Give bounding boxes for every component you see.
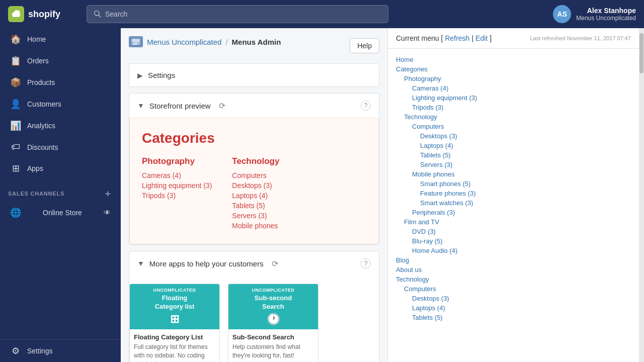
floating-category-thumb-icon: ⊞ — [170, 313, 179, 326]
last-refreshed: Last refreshed November 11, 2017 07:47 — [530, 35, 631, 41]
menu-tree-item[interactable]: Computers — [396, 284, 631, 294]
add-sales-channel-icon[interactable]: ＋ — [103, 188, 113, 200]
refresh-icon[interactable]: ⟳ — [219, 101, 225, 111]
more-apps-actions: ? — [361, 258, 371, 268]
right-col-item-5[interactable]: Mobile phones — [232, 222, 279, 230]
storefront-preview-title: Storefront preview — [149, 102, 211, 110]
left-col-title: Photography — [142, 156, 212, 166]
more-apps-help-icon[interactable]: ? — [361, 258, 371, 268]
menu-tree-item[interactable]: Home — [396, 55, 631, 64]
main-panel: Menus Uncomplicated / Menus Admin Help ▶… — [121, 28, 387, 362]
left-col-item-2[interactable]: Tripods (3) — [142, 192, 212, 200]
eye-icon[interactable]: 👁 — [104, 209, 111, 217]
menu-tree-item[interactable]: Home Audio (4) — [396, 246, 631, 255]
menu-tree-item[interactable]: DVD (3) — [396, 227, 631, 236]
sidebar-label-discounts: Discounts — [27, 143, 58, 151]
sub-second-thumb-title: UNCOMPLICATED — [252, 288, 295, 293]
menu-tree-item[interactable]: Blog — [396, 255, 631, 265]
floating-category-desc: Full category list for themes with no si… — [134, 343, 215, 362]
right-col-item-3[interactable]: Tablets (5) — [232, 202, 279, 210]
menu-tree-item[interactable]: Film and TV — [396, 217, 631, 227]
menu-tree-item[interactable]: About us — [396, 265, 631, 275]
menu-tree-item[interactable]: Feature phones (3) — [396, 189, 631, 198]
menu-tree-item[interactable]: Smart phones (5) — [396, 179, 631, 189]
sidebar-item-apps[interactable]: ⊞ Apps — [2, 158, 119, 179]
menu-tree-item[interactable]: Smart watches (3) — [396, 198, 631, 208]
menu-tree-item[interactable]: Lighting equipment (3) — [396, 93, 631, 103]
settings-section-header[interactable]: ▶ Settings — [129, 64, 379, 86]
menu-tree-item[interactable]: Tablets (5) — [396, 150, 631, 160]
sidebar-item-analytics[interactable]: 📊 Analytics — [2, 115, 119, 136]
storefront-preview-header[interactable]: ▼ Storefront preview ⟳ ? — [129, 94, 379, 118]
menu-tree-item[interactable]: Peripherals (3) — [396, 208, 631, 217]
more-apps-refresh-icon[interactable]: ⟳ — [272, 259, 278, 268]
left-col-item-1[interactable]: Lighting equipment (3) — [142, 182, 212, 190]
storefront-chevron-icon: ▼ — [137, 102, 144, 110]
avatar[interactable]: AS — [553, 5, 571, 23]
sidebar-item-orders[interactable]: 📋 Orders — [2, 50, 119, 71]
menu-tree-item[interactable]: Photography — [396, 74, 631, 83]
analytics-icon: 📊 — [10, 120, 21, 131]
content-area: Menus Uncomplicated / Menus Admin Help ▶… — [121, 28, 644, 362]
sub-second-thumb: UNCOMPLICATED Sub-secondSearch 🕐 — [228, 284, 318, 329]
menu-tree-item[interactable]: Tablets (5) — [396, 313, 631, 322]
scrollbar-thumb[interactable] — [639, 33, 643, 73]
refresh-link[interactable]: Refresh — [445, 34, 469, 42]
menu-tree-item[interactable]: Servers (3) — [396, 160, 631, 169]
floating-category-thumb-title: UNCOMPLICATED — [153, 288, 196, 293]
menu-tree-item[interactable]: Blu-ray (5) — [396, 236, 631, 246]
online-store-icon: 🌐 — [10, 207, 21, 218]
app-card-sub-second-search[interactable]: UNCOMPLICATED Sub-secondSearch 🕐 Sub-Sec… — [228, 284, 318, 362]
menu-tree-item[interactable]: Desktops (3) — [396, 294, 631, 303]
menu-tree-item[interactable]: Mobile phones — [396, 169, 631, 179]
menu-tree-item[interactable]: Laptops (4) — [396, 303, 631, 313]
menu-tree-item[interactable]: Categories — [396, 64, 631, 74]
menu-tree-item[interactable]: Technology — [396, 275, 631, 284]
floating-category-info: Floating Category List Full category lis… — [130, 329, 219, 362]
orders-icon: 📋 — [10, 55, 21, 66]
help-button[interactable]: Help — [350, 38, 379, 53]
sidebar-label-analytics: Analytics — [27, 122, 55, 130]
sub-second-thumb-icon: 🕐 — [267, 313, 280, 326]
storefront-preview-actions: ? — [361, 101, 371, 111]
preview-columns: Photography Cameras (4) Lighting equipme… — [142, 156, 366, 232]
right-col-item-0[interactable]: Computers — [232, 171, 279, 179]
sidebar-item-home[interactable]: 🏠 Home — [2, 29, 119, 50]
apps-grid: UNCOMPLICATED FloatingCategory list ⊞ Fl… — [129, 276, 379, 362]
left-col-item-0[interactable]: Cameras (4) — [142, 171, 212, 179]
sidebar-item-products[interactable]: 📦 Products — [2, 72, 119, 93]
breadcrumb-store-link[interactable]: Menus Uncomplicated — [147, 38, 221, 46]
sidebar-item-discounts[interactable]: 🏷 Discounts — [2, 137, 119, 157]
edit-link[interactable]: Edit — [475, 34, 488, 42]
svg-rect-3 — [132, 39, 140, 42]
main-layout: 🏠 Home 📋 Orders 📦 Products 👤 Customers 📊… — [0, 28, 644, 362]
sidebar-item-online-store[interactable]: 🌐 Online Store 👁 — [2, 202, 119, 223]
logo-icon — [8, 6, 24, 22]
sidebar-item-settings[interactable]: ⚙ Settings — [2, 340, 119, 361]
settings-chevron-icon: ▶ — [137, 71, 143, 79]
app-card-floating-category[interactable]: UNCOMPLICATED FloatingCategory list ⊞ Fl… — [129, 284, 220, 362]
right-col-item-1[interactable]: Desktops (3) — [232, 182, 279, 190]
right-col-item-2[interactable]: Laptops (4) — [232, 192, 279, 200]
menu-tree-item[interactable]: Technology — [396, 112, 631, 122]
search-input[interactable] — [105, 10, 382, 18]
menu-tree-item[interactable]: Desktops (3) — [396, 131, 631, 141]
logo-text: shopify — [28, 9, 60, 20]
products-icon: 📦 — [10, 77, 21, 88]
current-menu-label: Current menu [ — [396, 34, 443, 42]
menu-tree-item[interactable]: Tripods (3) — [396, 103, 631, 112]
help-circle-icon[interactable]: ? — [361, 101, 371, 111]
menu-tree-item[interactable]: Cameras (4) — [396, 83, 631, 93]
breadcrumb-current: Menus Admin — [232, 38, 281, 46]
more-apps-header[interactable]: ▼ More apps to help your customers ⟳ ? — [129, 251, 379, 276]
right-panel: Current menu [ Refresh | Edit ] Last ref… — [387, 28, 639, 362]
sidebar-item-customers[interactable]: 👤 Customers — [2, 94, 119, 115]
menu-tree-item[interactable]: Computers — [396, 122, 631, 131]
menu-tree-item[interactable]: Laptops (4) — [396, 141, 631, 150]
shopify-logo[interactable]: shopify — [8, 6, 78, 22]
floating-category-thumb-subtitle: FloatingCategory list — [155, 294, 195, 311]
scrollbar[interactable] — [639, 28, 644, 362]
search-bar[interactable] — [87, 5, 388, 23]
sidebar-label-home: Home — [27, 35, 46, 43]
right-col-item-4[interactable]: Servers (3) — [232, 212, 279, 220]
